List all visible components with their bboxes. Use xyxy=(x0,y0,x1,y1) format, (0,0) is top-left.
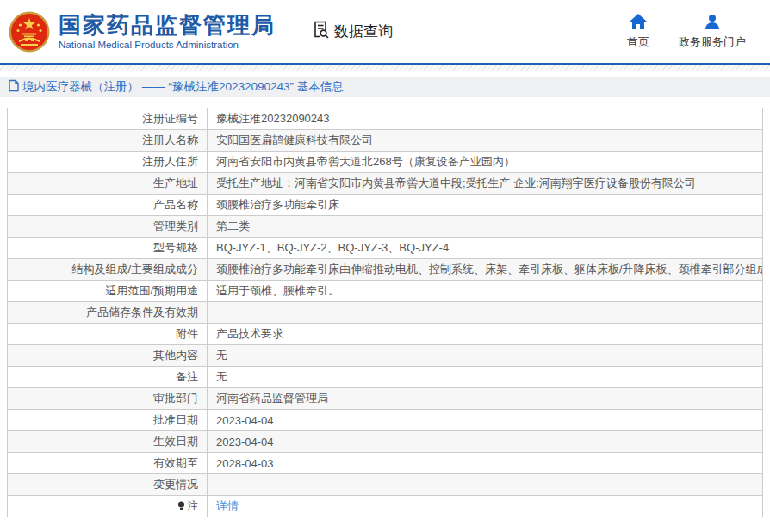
document-icon xyxy=(8,79,22,95)
user-icon xyxy=(705,14,720,34)
row-value: 颈腰椎治疗多功能牵引床由伸缩推动电机、控制系统、床架、牵引床板、躯体床板/升降床… xyxy=(208,259,763,281)
row-value: 详情 xyxy=(208,496,763,517)
row-value: 适用于颈椎、腰椎牵引。 xyxy=(208,281,763,302)
data-query-label: 数据查询 xyxy=(334,22,393,41)
site-subtitle: National Medical Products Administration xyxy=(59,40,276,50)
row-value: BQ-JYZ-1、BQ-JYZ-2、BQ-JYZ-3、BQ-JYZ-4 xyxy=(208,238,763,259)
info-table-wrap: 注册证编号豫械注准20232090243注册人名称安阳国医扁鹊健康科技有限公司注… xyxy=(7,108,763,517)
table-row: 备注无 xyxy=(8,367,763,388)
nav-portal-label: 政务服务门户 xyxy=(679,34,746,50)
brand-text: 国家药品监督管理局 National Medical Products Admi… xyxy=(59,13,276,50)
info-table: 注册证编号豫械注准20232090243注册人名称安阳国医扁鹊健康科技有限公司注… xyxy=(7,108,763,517)
row-value: 2023-04-04 xyxy=(208,410,763,431)
data-query-tab[interactable]: 数据查询 xyxy=(312,20,393,43)
row-value: 无 xyxy=(208,345,763,367)
row-value: 河南省安阳市内黄县帝喾大道北268号（康复设备产业园内） xyxy=(208,152,763,173)
table-row: 生效日期2023-04-04 xyxy=(8,431,763,453)
nav-home[interactable]: 首页 xyxy=(627,14,649,50)
hatch-band xyxy=(0,65,770,71)
row-value: 受托生产地址：河南省安阳市内黄县帝喾大道中段;受托生产 企业:河南翔宇医疗设备股… xyxy=(208,173,763,195)
row-label: 产品名称 xyxy=(8,195,208,216)
table-row: 注详情 xyxy=(8,496,763,517)
row-label: 型号规格 xyxy=(8,238,208,259)
row-value xyxy=(208,474,763,496)
site-title: 国家药品监督管理局 xyxy=(59,13,276,39)
info-table-body: 注册证编号豫械注准20232090243注册人名称安阳国医扁鹊健康科技有限公司注… xyxy=(8,108,763,517)
row-label: 注册证编号 xyxy=(8,108,208,130)
table-row: 产品储存条件及有效期 xyxy=(8,302,763,324)
row-label: 产品储存条件及有效期 xyxy=(8,302,208,324)
row-label: 注册人名称 xyxy=(8,130,208,152)
table-row: 其他内容无 xyxy=(8,345,763,367)
row-label: 附件 xyxy=(8,324,208,345)
row-label: 审批部门 xyxy=(8,388,208,410)
row-value: 河南省药品监督管理局 xyxy=(208,388,763,410)
table-row: 变更情况 xyxy=(8,474,763,496)
row-value: 2023-04-04 xyxy=(208,431,763,453)
top-nav: 首页 政务服务门户 xyxy=(627,14,746,50)
nav-home-label: 首页 xyxy=(627,34,649,50)
row-label: 其他内容 xyxy=(8,345,208,367)
details-link[interactable]: 详情 xyxy=(216,499,239,512)
row-value: 无 xyxy=(208,367,763,388)
row-value: 安阳国医扁鹊健康科技有限公司 xyxy=(208,130,763,152)
row-label: 备注 xyxy=(8,367,208,388)
row-value: 第二类 xyxy=(208,216,763,238)
table-row: 审批部门河南省药品监督管理局 xyxy=(8,388,763,410)
table-row: 管理类别第二类 xyxy=(8,216,763,238)
row-label: 生产地址 xyxy=(8,173,208,195)
table-row: 批准日期2023-04-04 xyxy=(8,410,763,431)
table-row: 注册证编号豫械注准20232090243 xyxy=(8,108,763,130)
brand: 国家药品监督管理局 National Medical Products Admi… xyxy=(9,11,276,53)
row-label: 生效日期 xyxy=(8,431,208,453)
table-row: 有效期至2028-04-03 xyxy=(8,453,763,474)
breadcrumb: 境内医疗器械（注册） —— “豫械注准20232090243” 基本信息 xyxy=(0,77,770,97)
table-row: 适用范围/预期用途适用于颈椎、腰椎牵引。 xyxy=(8,281,763,302)
bulb-icon xyxy=(177,501,185,514)
nav-portal[interactable]: 政务服务门户 xyxy=(679,14,746,50)
table-row: 生产地址受托生产地址：河南省安阳市内黄县帝喾大道中段;受托生产 企业:河南翔宇医… xyxy=(8,173,763,195)
breadcrumb-text: 境内医疗器械（注册） —— “豫械注准20232090243” 基本信息 xyxy=(22,79,344,95)
row-label: 结构及组成/主要组成成分 xyxy=(8,259,208,281)
row-label: 有效期至 xyxy=(8,453,208,474)
page-header: 国家药品监督管理局 National Medical Products Admi… xyxy=(0,0,770,63)
row-value: 产品技术要求 xyxy=(208,324,763,345)
row-value: 2028-04-03 xyxy=(208,453,763,474)
row-label: 注册人住所 xyxy=(8,152,208,173)
doc-search-icon xyxy=(312,20,334,43)
row-label: 变更情况 xyxy=(8,474,208,496)
row-value xyxy=(208,302,763,324)
table-row: 附件产品技术要求 xyxy=(8,324,763,345)
table-row: 结构及组成/主要组成成分颈腰椎治疗多功能牵引床由伸缩推动电机、控制系统、床架、牵… xyxy=(8,259,763,281)
row-value: 豫械注准20232090243 xyxy=(208,108,763,130)
home-icon xyxy=(630,14,647,34)
table-row: 产品名称颈腰椎治疗多功能牵引床 xyxy=(8,195,763,216)
row-label: 管理类别 xyxy=(8,216,208,238)
table-row: 注册人住所河南省安阳市内黄县帝喾大道北268号（康复设备产业园内） xyxy=(8,152,763,173)
row-label: 批准日期 xyxy=(8,410,208,431)
row-label: 适用范围/预期用途 xyxy=(8,281,208,302)
row-value: 颈腰椎治疗多功能牵引床 xyxy=(208,195,763,216)
row-label: 注 xyxy=(8,496,208,517)
table-row: 注册人名称安阳国医扁鹊健康科技有限公司 xyxy=(8,130,763,152)
national-emblem-icon xyxy=(9,11,50,53)
table-row: 型号规格BQ-JYZ-1、BQ-JYZ-2、BQ-JYZ-3、BQ-JYZ-4 xyxy=(8,238,763,259)
